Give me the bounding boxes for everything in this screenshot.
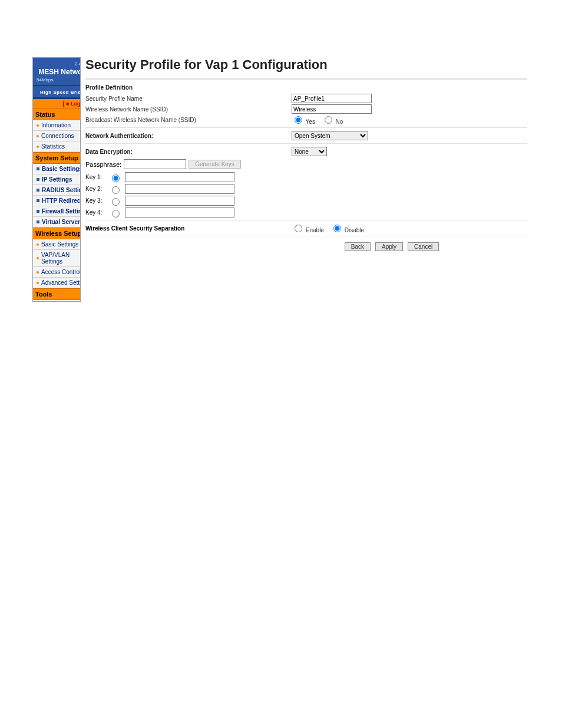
cancel-button[interactable]: Cancel — [408, 242, 439, 251]
brand-title: MESH Network — [37, 68, 81, 76]
ssid-label: Wireless Network Name (SSID) — [85, 106, 292, 113]
sidebar-item-access-control[interactable]: Access Control — [33, 267, 81, 278]
nav-label: VAP/VLAN Settings — [41, 252, 81, 265]
sidebar-item-virtual-server[interactable]: Virtual Server — [33, 217, 81, 228]
nav-label: Information — [41, 122, 71, 129]
key3-radio[interactable] — [112, 198, 120, 206]
network-auth-label: Network Authentication: — [85, 133, 292, 139]
nav-label: Connections — [41, 133, 74, 139]
broadcast-ssid-label: Broadcast Wireless Network Name (SSID) — [85, 117, 292, 123]
nav-label: Firewall Settings — [42, 208, 81, 215]
key4-radio[interactable] — [112, 210, 120, 218]
brand-speed: 54Mbps — [37, 77, 81, 83]
key3-input[interactable] — [125, 196, 234, 206]
key2-label: Key 2: — [85, 186, 105, 192]
profile-definition-header: Profile Definition — [85, 84, 527, 91]
bullet-icon — [37, 257, 39, 259]
bullet-icon — [37, 178, 39, 181]
bullet-icon — [37, 124, 39, 127]
bullet-icon — [37, 199, 39, 202]
key2-radio[interactable] — [112, 186, 120, 194]
brand-hsb: High Speed Bridge — [33, 86, 81, 99]
key4-input[interactable] — [125, 207, 234, 218]
sidebar-item-connections[interactable]: Connections — [33, 131, 81, 141]
bullet-icon — [37, 135, 39, 137]
network-auth-select[interactable]: Open System — [292, 131, 368, 140]
sidebar-item-vap-vlan[interactable]: VAP/VLAN Settings — [33, 250, 81, 267]
nav-header-tools: Tools — [33, 288, 81, 300]
bullet-icon — [37, 282, 39, 284]
sidebar-item-basic-settings[interactable]: Basic Settings — [33, 164, 81, 174]
sidebar-item-firewall-settings[interactable]: Firewall Settings — [33, 206, 81, 217]
ssid-input[interactable] — [292, 104, 372, 114]
generate-keys-button: Generate Keys — [189, 160, 241, 169]
brand-freq: 2.4GHz — [37, 61, 81, 67]
key3-label: Key 3: — [85, 197, 105, 204]
bullet-icon — [37, 210, 39, 213]
wcss-disable-radio[interactable] — [333, 225, 341, 232]
sidebar-item-information[interactable]: Information — [33, 120, 81, 131]
sidebar-item-site-survey[interactable]: Site Survey — [33, 300, 81, 302]
divider — [85, 78, 527, 80]
key1-radio[interactable] — [112, 174, 120, 182]
sidebar-item-http-redirect[interactable]: HTTP Redirect — [33, 196, 81, 206]
nav-label: RADIUS Settings — [42, 187, 81, 193]
sidebar-item-wireless-basic[interactable]: Basic Settings — [33, 239, 81, 250]
nav-label: Statistics — [41, 143, 65, 150]
data-encryption-select[interactable]: None — [292, 147, 327, 156]
bullet-icon — [37, 167, 39, 170]
nav-label: IP Settings — [42, 176, 72, 183]
apply-button[interactable]: Apply — [375, 242, 403, 251]
broadcast-yes-radio[interactable] — [295, 116, 302, 124]
sidebar-item-statistics[interactable]: Statistics — [33, 141, 81, 152]
security-profile-name-input[interactable] — [292, 94, 372, 103]
wcss-enable-radio[interactable] — [295, 225, 302, 232]
bullet-icon — [37, 189, 39, 192]
nav-label: Access Control — [41, 269, 81, 275]
key1-label: Key 1: — [85, 174, 105, 180]
key2-input[interactable] — [125, 184, 234, 194]
nav-header-wireless: Wireless Setup — [33, 228, 81, 239]
nav-header-system: System Setup — [33, 152, 81, 164]
bullet-icon — [37, 220, 39, 223]
brand-banner: 2.4GHz MESH Network 54Mbps — [33, 58, 81, 86]
nav-header-status: Status — [33, 108, 81, 120]
back-button[interactable]: Back — [345, 242, 371, 251]
nav-label: Basic Settings — [42, 166, 81, 172]
sidebar-item-advanced-settings[interactable]: Advanced Settings — [33, 278, 81, 288]
nav-label: Basic Settings — [41, 241, 78, 248]
logout-link[interactable]: [ ■ Logout ] — [33, 99, 81, 108]
nav-label: Virtual Server — [42, 219, 80, 225]
bullet-icon — [37, 243, 39, 246]
key1-input[interactable] — [125, 172, 234, 182]
bullet-icon — [37, 271, 39, 274]
sidebar-scroll-container: 2.4GHz MESH Network 54Mbps High Speed Br… — [32, 57, 81, 302]
page-title: Security Profile for Vap 1 Configuration — [85, 57, 527, 73]
key4-label: Key 4: — [85, 209, 105, 216]
sidebar: 2.4GHz MESH Network 54Mbps High Speed Br… — [33, 58, 81, 301]
main-panel: Security Profile for Vap 1 Configuration… — [81, 57, 527, 302]
data-encryption-label: Data Encryption: — [85, 149, 292, 155]
wcss-label: Wireless Client Security Separation — [85, 225, 292, 232]
nav-label: Advanced Settings — [41, 279, 81, 286]
sidebar-item-ip-settings[interactable]: IP Settings — [33, 174, 81, 185]
sidebar-item-radius-settings[interactable]: RADIUS Settings — [33, 185, 81, 196]
bullet-icon — [37, 146, 39, 148]
passphrase-input[interactable] — [124, 159, 186, 169]
passphrase-label: Passphrase: — [85, 161, 121, 168]
nav-label: HTTP Redirect — [42, 197, 81, 204]
broadcast-no-radio[interactable] — [325, 116, 332, 124]
security-profile-name-label: Security Profile Name — [85, 95, 292, 102]
